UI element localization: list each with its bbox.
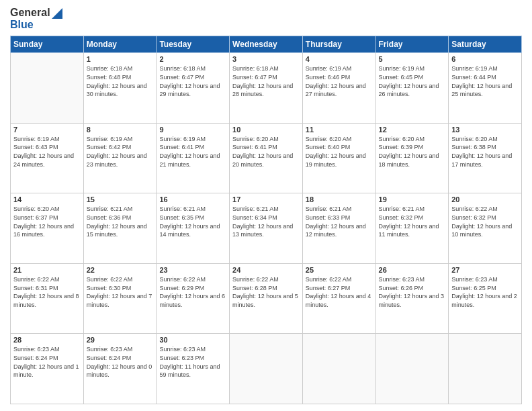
calendar-cell: 30Sunrise: 6:23 AMSunset: 6:23 PMDayligh… xyxy=(157,334,230,404)
day-info: Sunrise: 6:22 AMSunset: 6:32 PMDaylight:… xyxy=(451,205,519,238)
calendar-cell: 7Sunrise: 6:19 AMSunset: 6:43 PMDaylight… xyxy=(11,123,84,193)
day-info: Sunrise: 6:21 AMSunset: 6:32 PMDaylight:… xyxy=(379,205,446,238)
day-number: 15 xyxy=(87,195,154,203)
day-info: Sunrise: 6:20 AMSunset: 6:40 PMDaylight:… xyxy=(306,135,373,169)
day-info: Sunrise: 6:18 AMSunset: 6:47 PMDaylight:… xyxy=(232,64,300,98)
logo-general: General xyxy=(10,7,62,19)
calendar-cell: 18Sunrise: 6:21 AMSunset: 6:33 PMDayligh… xyxy=(302,193,375,264)
weekday-header-thursday: Thursday xyxy=(302,36,375,53)
day-info: Sunrise: 6:22 AMSunset: 6:27 PMDaylight:… xyxy=(306,275,373,309)
calendar-cell: 25Sunrise: 6:22 AMSunset: 6:27 PMDayligh… xyxy=(302,263,375,334)
day-number: 12 xyxy=(379,126,446,134)
day-number: 18 xyxy=(306,195,373,203)
calendar-cell: 11Sunrise: 6:20 AMSunset: 6:40 PMDayligh… xyxy=(302,123,375,193)
week-row-5: 28Sunrise: 6:23 AMSunset: 6:24 PMDayligh… xyxy=(11,334,522,404)
day-number: 14 xyxy=(13,195,81,203)
day-info: Sunrise: 6:21 AMSunset: 6:34 PMDaylight:… xyxy=(232,205,300,238)
calendar-cell: 8Sunrise: 6:19 AMSunset: 6:42 PMDaylight… xyxy=(83,123,157,193)
day-number: 17 xyxy=(232,195,300,203)
day-info: Sunrise: 6:21 AMSunset: 6:33 PMDaylight:… xyxy=(306,205,373,238)
day-number: 26 xyxy=(379,266,446,274)
day-number: 4 xyxy=(306,55,373,63)
logo-arrow-icon xyxy=(52,8,62,19)
weekday-header-saturday: Saturday xyxy=(449,36,522,53)
week-row-2: 7Sunrise: 6:19 AMSunset: 6:43 PMDaylight… xyxy=(11,123,522,193)
calendar-cell xyxy=(375,334,449,404)
day-info: Sunrise: 6:22 AMSunset: 6:29 PMDaylight:… xyxy=(159,275,226,309)
day-info: Sunrise: 6:23 AMSunset: 6:25 PMDaylight:… xyxy=(451,275,519,309)
day-info: Sunrise: 6:19 AMSunset: 6:46 PMDaylight:… xyxy=(306,64,373,98)
day-number: 25 xyxy=(306,266,373,274)
day-info: Sunrise: 6:22 AMSunset: 6:30 PMDaylight:… xyxy=(87,275,154,309)
day-number: 9 xyxy=(159,126,226,134)
day-number: 21 xyxy=(13,266,81,274)
logo-blue: Blue xyxy=(10,19,62,31)
day-number: 11 xyxy=(306,126,373,134)
day-number: 13 xyxy=(451,126,519,134)
day-number: 7 xyxy=(13,126,81,134)
day-info: Sunrise: 6:22 AMSunset: 6:31 PMDaylight:… xyxy=(13,275,81,309)
calendar-cell: 14Sunrise: 6:20 AMSunset: 6:37 PMDayligh… xyxy=(11,193,84,264)
day-info: Sunrise: 6:21 AMSunset: 6:36 PMDaylight:… xyxy=(87,205,154,238)
day-info: Sunrise: 6:20 AMSunset: 6:39 PMDaylight:… xyxy=(379,135,446,169)
week-row-1: 1Sunrise: 6:18 AMSunset: 6:48 PMDaylight… xyxy=(11,53,522,124)
day-number: 20 xyxy=(451,195,519,203)
day-number: 23 xyxy=(159,266,226,274)
calendar-cell: 23Sunrise: 6:22 AMSunset: 6:29 PMDayligh… xyxy=(157,263,230,334)
day-info: Sunrise: 6:23 AMSunset: 6:24 PMDaylight:… xyxy=(87,345,154,379)
day-number: 22 xyxy=(87,266,154,274)
header: General Blue xyxy=(10,7,522,30)
calendar-cell: 16Sunrise: 6:21 AMSunset: 6:35 PMDayligh… xyxy=(157,193,230,264)
day-info: Sunrise: 6:21 AMSunset: 6:35 PMDaylight:… xyxy=(159,205,226,238)
week-row-4: 21Sunrise: 6:22 AMSunset: 6:31 PMDayligh… xyxy=(11,263,522,334)
day-info: Sunrise: 6:23 AMSunset: 6:26 PMDaylight:… xyxy=(379,275,446,309)
day-info: Sunrise: 6:18 AMSunset: 6:47 PMDaylight:… xyxy=(159,64,226,98)
calendar-table: SundayMondayTuesdayWednesdayThursdayFrid… xyxy=(10,36,522,404)
calendar-cell: 28Sunrise: 6:23 AMSunset: 6:24 PMDayligh… xyxy=(11,334,84,404)
calendar-cell: 29Sunrise: 6:23 AMSunset: 6:24 PMDayligh… xyxy=(83,334,157,404)
day-number: 2 xyxy=(159,55,226,63)
calendar-cell xyxy=(230,334,303,404)
calendar-cell: 1Sunrise: 6:18 AMSunset: 6:48 PMDaylight… xyxy=(83,53,157,124)
day-number: 24 xyxy=(232,266,300,274)
calendar-cell: 9Sunrise: 6:19 AMSunset: 6:41 PMDaylight… xyxy=(157,123,230,193)
calendar-cell: 20Sunrise: 6:22 AMSunset: 6:32 PMDayligh… xyxy=(449,193,522,264)
weekday-header-sunday: Sunday xyxy=(11,36,84,53)
day-number: 30 xyxy=(159,336,226,344)
day-number: 19 xyxy=(379,195,446,203)
calendar-cell: 15Sunrise: 6:21 AMSunset: 6:36 PMDayligh… xyxy=(83,193,157,264)
calendar-cell: 17Sunrise: 6:21 AMSunset: 6:34 PMDayligh… xyxy=(230,193,303,264)
day-info: Sunrise: 6:19 AMSunset: 6:42 PMDaylight:… xyxy=(87,135,154,169)
calendar-cell xyxy=(302,334,375,404)
calendar-cell: 4Sunrise: 6:19 AMSunset: 6:46 PMDaylight… xyxy=(302,53,375,124)
day-number: 27 xyxy=(451,266,519,274)
page: General Blue SundayMondayTuesdayWednesda… xyxy=(0,0,532,411)
calendar-cell: 22Sunrise: 6:22 AMSunset: 6:30 PMDayligh… xyxy=(83,263,157,334)
day-number: 28 xyxy=(13,336,81,344)
day-info: Sunrise: 6:19 AMSunset: 6:44 PMDaylight:… xyxy=(451,64,519,98)
day-info: Sunrise: 6:19 AMSunset: 6:41 PMDaylight:… xyxy=(159,135,226,169)
weekday-header-tuesday: Tuesday xyxy=(157,36,230,53)
day-info: Sunrise: 6:18 AMSunset: 6:48 PMDaylight:… xyxy=(87,64,154,98)
week-row-3: 14Sunrise: 6:20 AMSunset: 6:37 PMDayligh… xyxy=(11,193,522,264)
weekday-header-monday: Monday xyxy=(83,36,157,53)
weekday-header-wednesday: Wednesday xyxy=(230,36,303,53)
day-info: Sunrise: 6:19 AMSunset: 6:43 PMDaylight:… xyxy=(13,135,81,169)
weekday-header-friday: Friday xyxy=(375,36,449,53)
day-info: Sunrise: 6:23 AMSunset: 6:23 PMDaylight:… xyxy=(159,345,226,379)
calendar-cell: 19Sunrise: 6:21 AMSunset: 6:32 PMDayligh… xyxy=(375,193,449,264)
day-number: 3 xyxy=(232,55,300,63)
calendar-cell xyxy=(449,334,522,404)
calendar-cell: 5Sunrise: 6:19 AMSunset: 6:45 PMDaylight… xyxy=(375,53,449,124)
svg-marker-0 xyxy=(52,8,62,19)
calendar-cell: 12Sunrise: 6:20 AMSunset: 6:39 PMDayligh… xyxy=(375,123,449,193)
day-info: Sunrise: 6:22 AMSunset: 6:28 PMDaylight:… xyxy=(232,275,300,309)
day-number: 5 xyxy=(379,55,446,63)
calendar-cell: 26Sunrise: 6:23 AMSunset: 6:26 PMDayligh… xyxy=(375,263,449,334)
calendar-cell: 6Sunrise: 6:19 AMSunset: 6:44 PMDaylight… xyxy=(449,53,522,124)
logo: General Blue xyxy=(10,7,62,30)
calendar-cell: 13Sunrise: 6:20 AMSunset: 6:38 PMDayligh… xyxy=(449,123,522,193)
calendar-cell: 10Sunrise: 6:20 AMSunset: 6:41 PMDayligh… xyxy=(230,123,303,193)
day-number: 8 xyxy=(87,126,154,134)
day-number: 16 xyxy=(159,195,226,203)
